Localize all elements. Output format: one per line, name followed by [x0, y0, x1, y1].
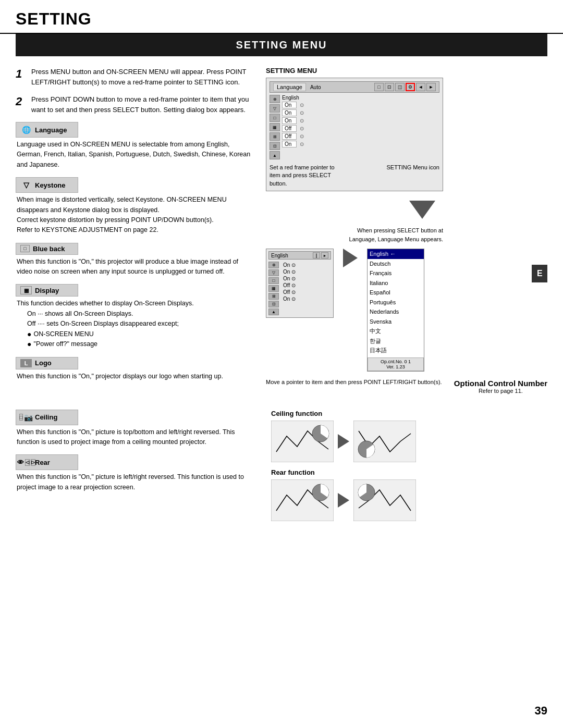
lang-li-4: ▦: [268, 285, 279, 292]
feature-rear: 👁 ◁ ▷ Rear When this function is "On," p…: [16, 454, 255, 492]
screen-val-on1: On: [282, 102, 297, 108]
screen-val-off2: Off: [282, 133, 297, 140]
arrow-annotation-text: When pressing SELECT button at Language,…: [339, 226, 443, 243]
feature-keystone-label: Keystone: [35, 181, 66, 189]
feature-blue-back-header: □ Blue back: [16, 243, 78, 255]
feature-language-header: 🌐 Language: [16, 122, 78, 138]
menu-icon-6: ►: [426, 83, 436, 91]
lang-item-deutsch: Deutsch: [368, 259, 424, 269]
optional-number-label: Optional Control Number: [454, 379, 547, 388]
ceiling-diagram-after: [353, 421, 416, 462]
lang-menu-icons: ║ ►: [313, 252, 328, 258]
menu-screenshot: Language Auto □ ⊡ ◫ ⚙ ◄ ► ⊕ ▽ □ ▦: [266, 78, 443, 191]
menu-left-icon-3: □: [270, 114, 280, 122]
lang-item-italiano: Italiano: [368, 278, 424, 288]
lang-item-portugues: Português: [368, 298, 424, 307]
menu-bar: Language Auto □ ⊡ ◫ ⚙ ◄ ►: [270, 81, 439, 93]
feature-language: 🌐 Language Language used in ON-SCREEN ME…: [16, 122, 255, 170]
menu-left-icon-6: ⊡: [270, 142, 280, 150]
version-line2: Ver. 1.23: [370, 364, 421, 369]
step-1-number: 1: [16, 67, 26, 87]
lang-li-6: ⊡: [268, 301, 279, 307]
feature-ceiling: □ 📷 Ceiling When this function is "On," …: [16, 410, 255, 448]
lang-row-1: On ⊙: [282, 262, 297, 268]
lang-icon-2: ►: [321, 252, 328, 258]
annotation-setting-icon: SETTING Menu icon: [387, 164, 439, 188]
lang-li-1: ⊕: [268, 262, 279, 268]
feature-ceiling-header: □ 📷 Ceiling: [16, 410, 78, 425]
optional-number-ref: Refer to page 11.: [454, 388, 547, 394]
screen-adj-6: ⊙: [300, 141, 304, 147]
rear-icon-eye: 👁: [17, 459, 24, 466]
menu-bar-language: Language: [273, 83, 306, 91]
lang-li-2: ▽: [268, 269, 279, 276]
menu-bar-auto: Auto: [308, 84, 323, 91]
bottom-annotation: Move a pointer to item and then press PO…: [266, 378, 442, 387]
lang-item-francais: Français: [368, 268, 424, 278]
menu-icon-3: ◫: [395, 83, 405, 91]
lang-row-4: Off ⊙: [282, 282, 297, 289]
menu-icon-5: ◄: [416, 83, 425, 91]
feature-keystone: ▽ Keystone When image is distorted verti…: [16, 177, 255, 236]
screen-row-5: Off ⊙: [282, 125, 439, 132]
screen-val-off1: Off: [282, 125, 297, 132]
version-box: Op.cnt.No. 0 1 Ver. 1.23: [368, 357, 424, 371]
step-1: 1 Press MENU button and ON-SCREEN MENU w…: [16, 67, 255, 87]
ceiling-diagram-arrow: [338, 434, 349, 449]
screen-adj-2: ⊙: [300, 110, 304, 116]
arrow-down: [409, 201, 435, 219]
feature-blue-back: □ Blue back When this function is "On," …: [16, 243, 255, 277]
screen-val-on4: On: [282, 141, 297, 147]
lang-row-5: Off ⊙: [282, 289, 297, 295]
lang-menu-right: English ← Deutsch Français Italiano Espa…: [367, 249, 424, 372]
feature-display-header: ▦ Display: [16, 284, 78, 297]
ceiling-icon: □ 📷: [20, 412, 32, 423]
lang-item-nederlands: Nederlands: [368, 307, 424, 317]
screen-row-2: On ⊙: [282, 102, 439, 108]
lang-icon-1: ║: [313, 252, 320, 258]
feature-display: ▦ Display This function decides whether …: [16, 284, 255, 349]
ceiling-icon-box1: □: [19, 414, 23, 421]
section-header: SETTING MENU: [16, 34, 547, 56]
feature-blue-back-label: Blue back: [33, 245, 65, 253]
feature-logo: L Logo When this function is "On," proje…: [16, 357, 255, 381]
rear-diagram-after: [353, 479, 416, 521]
feature-keystone-body: When image is distorted vertically, sele…: [16, 195, 255, 236]
menu-left-icon-5: ⊞: [270, 132, 280, 141]
lang-menu-rows: ⊕ ▽ □ ▦ ⊞ ⊡ ▲ On ⊙ On ⊙ On ⊙ Off ⊙ Off ⊙: [268, 262, 331, 315]
feature-logo-body: When this function is "On," projector di…: [16, 372, 255, 381]
feature-ceiling-body: When this function is "On," picture is t…: [16, 427, 255, 448]
menu-left-icon-2: ▽: [270, 104, 280, 113]
screen-row-6: Off ⊙: [282, 133, 439, 140]
step-2-number: 2: [16, 94, 26, 115]
menu-left-icons: ⊕ ▽ □ ▦ ⊞ ⊡ ▲: [270, 95, 280, 159]
screen-adj-4: ⊙: [300, 126, 304, 131]
menu-annotations: Set a red frame pointer to item and pres…: [270, 164, 439, 188]
lang-area: English ║ ► ⊕ ▽ □ ▦ ⊞ ⊡ ▲: [266, 249, 547, 372]
lang-left-icons: ⊕ ▽ □ ▦ ⊞ ⊡ ▲: [268, 262, 279, 315]
ceiling-diagram-before: [271, 421, 334, 462]
arrow-down-container: [266, 196, 547, 223]
feature-rear-body: When this function is "On," picture is l…: [16, 472, 255, 492]
step-1-text: Press MENU button and ON-SCREEN MENU wil…: [31, 67, 255, 87]
feature-logo-label: Logo: [35, 359, 52, 367]
lang-li-5: ⊞: [268, 293, 279, 300]
feature-language-body: Language used in ON-SCREEN MENU is selec…: [16, 140, 255, 170]
menu-right-content: English On ⊙ On ⊙ On ⊙ Off: [282, 95, 439, 159]
screen-adj-1: ⊙: [300, 102, 304, 108]
blue-back-icon: □: [20, 245, 30, 252]
feature-language-label: Language: [35, 126, 67, 134]
annotation-set-frame: Set a red frame pointer to item and pres…: [270, 164, 342, 188]
lang-item-korean: 한글: [368, 336, 424, 346]
rear-icon: 👁 ◁ ▷: [20, 456, 32, 468]
feature-keystone-header: ▽ Keystone: [16, 177, 78, 193]
lang-li-7: ▲: [268, 309, 279, 315]
feature-display-label: Display: [35, 287, 59, 294]
screen-val-on2: On: [282, 109, 297, 116]
language-icon: 🌐: [20, 124, 32, 135]
lang-menu-left: English ║ ► ⊕ ▽ □ ▦ ⊞ ⊡ ▲: [266, 249, 334, 318]
screen-adj-3: ⊙: [300, 118, 304, 124]
lang-item-espanol: Español: [368, 288, 424, 298]
rear-icon-box: ◁: [25, 459, 30, 466]
page-title: SETTING: [0, 0, 563, 34]
